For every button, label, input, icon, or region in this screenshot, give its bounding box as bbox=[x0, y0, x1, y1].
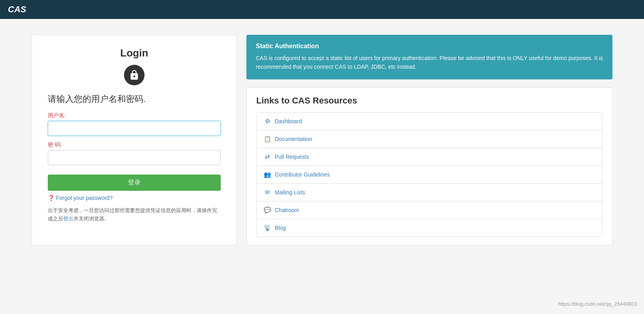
logout-link[interactable]: 登出 bbox=[63, 216, 73, 222]
resource-label: Mailing Lists bbox=[275, 189, 305, 196]
resource-icon-pull: ⇄ bbox=[264, 153, 271, 160]
login-title: Login bbox=[48, 47, 221, 59]
security-notice-part2: 并关闭浏览器。 bbox=[73, 216, 109, 222]
password-group: 密 码: bbox=[48, 141, 221, 165]
resource-label: Documentation bbox=[275, 136, 312, 142]
resource-item[interactable]: 👥Contributor Guidelines bbox=[257, 166, 602, 184]
main-content: Login 请输入您的用户名和密码. 用户名: 密 码: 登录 ❓ Forgot… bbox=[0, 19, 644, 261]
username-label: 用户名: bbox=[48, 112, 221, 119]
static-auth-title: Static Authentication bbox=[256, 43, 603, 50]
cas-resources-title: Links to CAS Resources bbox=[256, 96, 603, 106]
username-group: 用户名: bbox=[48, 112, 221, 136]
login-header: Login bbox=[48, 47, 221, 85]
resource-icon-rss: 📡 bbox=[264, 224, 271, 231]
security-notice: 出于安全考虑，一旦您访问过那些需要您提供凭证信息的应用时，请操作完成之后登出并关… bbox=[48, 207, 221, 223]
resource-label: Pull Requests bbox=[275, 154, 309, 160]
right-panel: Static Authentication CAS is configured … bbox=[246, 35, 612, 245]
forgot-password-link[interactable]: Forgot your password? bbox=[56, 195, 113, 201]
resource-label: Chatroom bbox=[275, 207, 299, 213]
header-logo: CAS bbox=[8, 4, 26, 15]
help-icon: ❓ bbox=[48, 195, 54, 201]
resource-icon-contrib: 👥 bbox=[264, 171, 271, 178]
resource-icon-mail: ✉ bbox=[264, 189, 271, 196]
resource-item[interactable]: 📡Blog bbox=[257, 219, 602, 237]
resource-label: Dashboard bbox=[275, 118, 302, 124]
resource-list: ⚙Dashboard📋Documentation⇄Pull Requests👥C… bbox=[256, 112, 603, 237]
resource-item[interactable]: ✉Mailing Lists bbox=[257, 184, 602, 201]
resource-icon-chat: 💬 bbox=[264, 207, 271, 214]
login-panel: Login 请输入您的用户名和密码. 用户名: 密 码: 登录 ❓ Forgot… bbox=[32, 35, 237, 245]
login-subtitle: 请输入您的用户名和密码. bbox=[48, 93, 221, 105]
resource-item[interactable]: ⚙Dashboard bbox=[257, 113, 602, 130]
cas-resources-box: Links to CAS Resources ⚙Dashboard📋Docume… bbox=[246, 87, 612, 245]
resource-icon-doc: 📋 bbox=[264, 135, 271, 143]
password-input[interactable] bbox=[48, 150, 221, 165]
static-auth-description: CAS is configured to accept a static lis… bbox=[256, 54, 603, 71]
lock-svg bbox=[129, 70, 140, 81]
resource-label: Blog bbox=[275, 225, 286, 231]
resource-item[interactable]: ⇄Pull Requests bbox=[257, 148, 602, 166]
login-button[interactable]: 登录 bbox=[48, 175, 221, 191]
resource-item[interactable]: 💬Chatroom bbox=[257, 201, 602, 219]
username-input[interactable] bbox=[48, 121, 221, 136]
header: CAS bbox=[0, 0, 644, 19]
watermark: https://blog.csdn.net/qq_26440803 bbox=[558, 301, 637, 307]
password-label: 密 码: bbox=[48, 141, 221, 149]
static-auth-box: Static Authentication CAS is configured … bbox=[246, 35, 612, 79]
resource-icon-gear: ⚙ bbox=[264, 118, 271, 125]
forgot-password-row: ❓ Forgot your password? bbox=[48, 195, 221, 201]
resource-item[interactable]: 📋Documentation bbox=[257, 130, 602, 148]
lock-icon bbox=[124, 65, 145, 85]
resource-label: Contributor Guidelines bbox=[275, 171, 330, 178]
